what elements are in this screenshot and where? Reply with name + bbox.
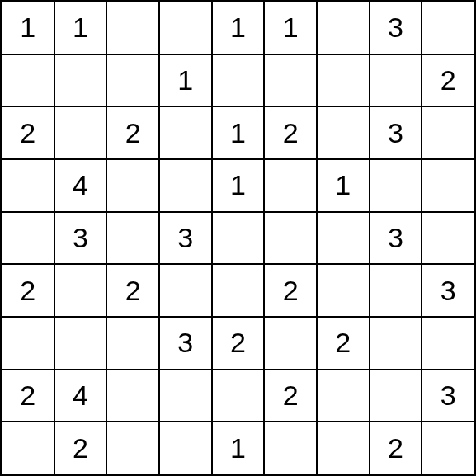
- puzzle-grid: 11113122212341133322233222423212: [0, 0, 476, 476]
- cell-7-3[interactable]: [159, 370, 212, 422]
- cell-0-8[interactable]: [422, 2, 474, 54]
- cell-5-6[interactable]: [317, 264, 370, 317]
- cell-3-4[interactable]: 1: [212, 159, 265, 212]
- cell-7-6[interactable]: [317, 370, 370, 422]
- cell-2-0[interactable]: 2: [2, 106, 54, 159]
- cell-2-5[interactable]: 2: [264, 106, 317, 159]
- cell-5-8[interactable]: 3: [422, 264, 474, 317]
- cell-0-5[interactable]: 1: [264, 2, 317, 54]
- cell-5-5[interactable]: 2: [264, 264, 317, 317]
- cell-0-7[interactable]: 3: [370, 2, 422, 54]
- cell-1-3[interactable]: 1: [159, 54, 212, 107]
- cell-6-0[interactable]: [2, 317, 54, 370]
- cell-1-5[interactable]: [264, 54, 317, 107]
- cell-1-0[interactable]: [2, 54, 54, 107]
- cell-5-2[interactable]: 2: [106, 264, 159, 317]
- cell-2-2[interactable]: 2: [106, 106, 159, 159]
- cell-0-6[interactable]: [317, 2, 370, 54]
- cell-8-4[interactable]: 1: [212, 422, 265, 474]
- cell-1-6[interactable]: [317, 54, 370, 107]
- cell-6-7[interactable]: [370, 317, 422, 370]
- cell-1-4[interactable]: [212, 54, 265, 107]
- cell-2-8[interactable]: [422, 106, 474, 159]
- cell-6-8[interactable]: [422, 317, 474, 370]
- cell-3-3[interactable]: [159, 159, 212, 212]
- cell-5-4[interactable]: [212, 264, 265, 317]
- cell-2-1[interactable]: [54, 106, 107, 159]
- cell-5-1[interactable]: [54, 264, 107, 317]
- cell-8-6[interactable]: [317, 422, 370, 474]
- cell-5-3[interactable]: [159, 264, 212, 317]
- cell-2-7[interactable]: 3: [370, 106, 422, 159]
- cell-3-8[interactable]: [422, 159, 474, 212]
- cell-3-7[interactable]: [370, 159, 422, 212]
- cell-6-6[interactable]: 2: [317, 317, 370, 370]
- cell-7-4[interactable]: [212, 370, 265, 422]
- cell-6-5[interactable]: [264, 317, 317, 370]
- cell-3-6[interactable]: 1: [317, 159, 370, 212]
- cell-8-3[interactable]: [159, 422, 212, 474]
- cell-6-4[interactable]: 2: [212, 317, 265, 370]
- cell-8-5[interactable]: [264, 422, 317, 474]
- cell-3-5[interactable]: [264, 159, 317, 212]
- cell-0-0[interactable]: 1: [2, 2, 54, 54]
- cell-7-8[interactable]: 3: [422, 370, 474, 422]
- cell-2-6[interactable]: [317, 106, 370, 159]
- cell-1-7[interactable]: [370, 54, 422, 107]
- cell-1-2[interactable]: [106, 54, 159, 107]
- cell-7-5[interactable]: 2: [264, 370, 317, 422]
- cell-3-1[interactable]: 4: [54, 159, 107, 212]
- cell-2-3[interactable]: [159, 106, 212, 159]
- cell-4-5[interactable]: [264, 212, 317, 265]
- cell-3-0[interactable]: [2, 159, 54, 212]
- cell-4-8[interactable]: [422, 212, 474, 265]
- cell-4-7[interactable]: 3: [370, 212, 422, 265]
- cell-0-1[interactable]: 1: [54, 2, 107, 54]
- cell-3-2[interactable]: [106, 159, 159, 212]
- cell-6-1[interactable]: [54, 317, 107, 370]
- cell-4-1[interactable]: 3: [54, 212, 107, 265]
- cell-8-2[interactable]: [106, 422, 159, 474]
- cell-8-1[interactable]: 2: [54, 422, 107, 474]
- cell-8-0[interactable]: [2, 422, 54, 474]
- cell-6-3[interactable]: 3: [159, 317, 212, 370]
- cell-7-2[interactable]: [106, 370, 159, 422]
- cell-2-4[interactable]: 1: [212, 106, 265, 159]
- cell-7-1[interactable]: 4: [54, 370, 107, 422]
- cell-8-7[interactable]: 2: [370, 422, 422, 474]
- cell-4-4[interactable]: [212, 212, 265, 265]
- cell-5-0[interactable]: 2: [2, 264, 54, 317]
- cell-7-0[interactable]: 2: [2, 370, 54, 422]
- cell-4-3[interactable]: 3: [159, 212, 212, 265]
- cell-7-7[interactable]: [370, 370, 422, 422]
- cell-4-2[interactable]: [106, 212, 159, 265]
- cell-8-8[interactable]: [422, 422, 474, 474]
- cell-0-3[interactable]: [159, 2, 212, 54]
- cell-0-2[interactable]: [106, 2, 159, 54]
- cell-0-4[interactable]: 1: [212, 2, 265, 54]
- cell-1-1[interactable]: [54, 54, 107, 107]
- cell-4-6[interactable]: [317, 212, 370, 265]
- cell-6-2[interactable]: [106, 317, 159, 370]
- cell-4-0[interactable]: [2, 212, 54, 265]
- cell-5-7[interactable]: [370, 264, 422, 317]
- cell-1-8[interactable]: 2: [422, 54, 474, 107]
